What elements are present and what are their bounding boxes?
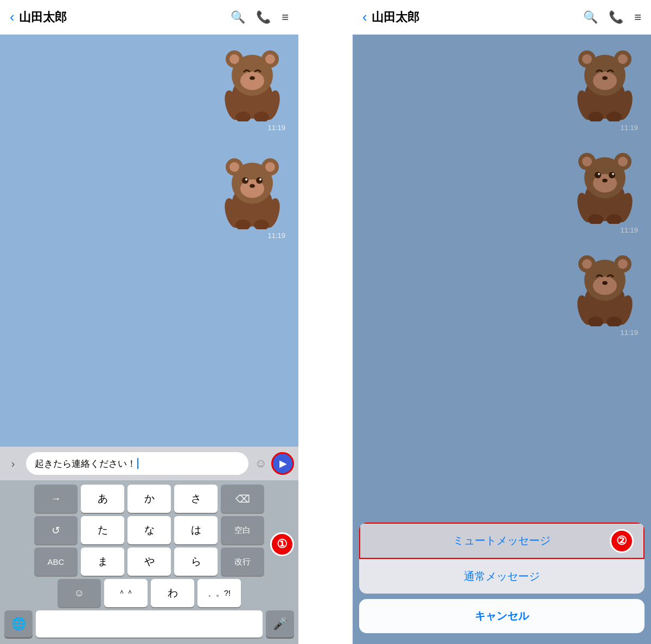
right-header: ‹ 山田太郎 🔍 📞 ≡ <box>353 0 651 35</box>
key-ha[interactable]: は <box>174 516 218 544</box>
left-search-icon[interactable]: 🔍 <box>231 10 245 24</box>
key-ka[interactable]: か <box>127 485 171 513</box>
right-contact-name: 山田太郎 <box>372 9 583 25</box>
key-ta[interactable]: た <box>81 516 124 544</box>
keyboard-row-4: ☺ ＾＾ わ 、。?! <box>2 579 296 607</box>
emoji-button[interactable]: ☺ <box>255 456 267 471</box>
key-ya[interactable]: や <box>127 548 171 576</box>
left-phone-icon[interactable]: 📞 <box>256 10 271 24</box>
timestamp-2: 11:19 <box>267 231 285 240</box>
separator <box>298 0 353 644</box>
globe-key[interactable]: 🌐 <box>4 610 33 637</box>
key-caret[interactable]: ＾＾ <box>104 579 148 607</box>
key-a[interactable]: あ <box>81 485 124 513</box>
left-panel: ‹ 山田太郎 🔍 📞 ≡ <box>0 0 298 644</box>
action-group: ミュートメッセージ ② 通常メッセージ <box>359 523 644 594</box>
svg-point-20 <box>256 177 263 184</box>
message-input[interactable]: 起きたら連絡ください！ <box>26 452 248 475</box>
key-ma[interactable]: ま <box>81 548 124 576</box>
left-chat-area: 11:19 <box>0 35 298 447</box>
mic-key[interactable]: 🎤 <box>266 610 294 637</box>
right-menu-icon[interactable]: ≡ <box>634 10 641 24</box>
left-messages: 11:19 <box>0 35 298 250</box>
cancel-label: キャンセル <box>475 610 529 622</box>
key-punct[interactable]: 、。?! <box>197 579 241 607</box>
step-2-badge: ② <box>610 529 634 553</box>
message-block-1: 11:19 <box>217 46 288 132</box>
key-sa[interactable]: さ <box>174 485 218 513</box>
svg-point-22 <box>259 178 261 181</box>
key-na[interactable]: な <box>127 516 171 544</box>
left-contact-name: 山田太郎 <box>19 9 231 25</box>
svg-point-16 <box>229 162 239 172</box>
mute-message-label: ミュートメッセージ <box>453 534 551 546</box>
svg-point-21 <box>245 178 247 181</box>
right-chat-area: 11:19 <box>353 35 651 644</box>
right-back-button[interactable]: ‹ <box>362 9 367 25</box>
action-sheet: ミュートメッセージ ② 通常メッセージ キャンセル <box>353 523 651 644</box>
key-delete[interactable]: ⌫ <box>221 485 264 513</box>
svg-point-5 <box>265 54 275 64</box>
input-bar: › 起きたら連絡ください！ ☺ ▶ <box>0 447 298 480</box>
keyboard-row-1: → あ か さ ⌫ <box>2 485 296 513</box>
key-enter[interactable]: 改行 <box>221 548 264 576</box>
input-text: 起きたら連絡ください！ <box>35 458 136 470</box>
svg-point-17 <box>265 162 275 172</box>
right-phone-icon[interactable]: 📞 <box>609 10 623 24</box>
svg-point-4 <box>229 54 239 64</box>
normal-message-label: 通常メッセージ <box>464 570 540 582</box>
right-search-icon[interactable]: 🔍 <box>583 10 598 24</box>
keyboard-row-3: ABC ま や ら 改行 <box>2 548 296 576</box>
svg-point-19 <box>242 177 248 184</box>
timestamp-1: 11:19 <box>267 124 285 132</box>
left-header: ‹ 山田太郎 🔍 📞 ≡ <box>0 0 298 35</box>
svg-point-6 <box>240 72 264 90</box>
svg-point-7 <box>250 76 255 80</box>
svg-point-23 <box>250 184 255 188</box>
bear-sticker-2 <box>217 153 288 229</box>
key-ra[interactable]: ら <box>174 548 218 576</box>
message-block-2: 11:19 <box>217 153 288 240</box>
send-icon: ▶ <box>279 458 287 469</box>
cancel-button[interactable]: キャンセル <box>359 599 644 633</box>
right-panel: ‹ 山田太郎 🔍 📞 ≡ <box>353 0 651 644</box>
bear-sticker-1 <box>217 46 288 121</box>
key-undo[interactable]: ↺ <box>34 516 78 544</box>
right-header-icons: 🔍 📞 ≡ <box>583 10 641 24</box>
key-wa[interactable]: わ <box>151 579 194 607</box>
input-expand-button[interactable]: › <box>4 458 22 470</box>
step-1-badge: ① <box>270 532 294 556</box>
left-menu-icon[interactable]: ≡ <box>282 10 289 24</box>
keyboard: → あ か さ ⌫ ↺ た な は 空白 ABC ま や ら 改行 ☺ ＾＾ わ… <box>0 480 298 644</box>
cursor <box>137 458 138 469</box>
key-space[interactable]: 空白 <box>221 516 264 544</box>
left-header-icons: 🔍 📞 ≡ <box>231 10 289 24</box>
left-back-button[interactable]: ‹ <box>10 9 15 25</box>
space-key[interactable] <box>36 610 263 637</box>
key-emoji-kb[interactable]: ☺ <box>58 579 101 607</box>
normal-message-button[interactable]: 通常メッセージ <box>359 559 644 594</box>
key-arrow[interactable]: → <box>34 485 78 513</box>
keyboard-bottom: 🌐 🎤 <box>2 610 296 637</box>
send-button[interactable]: ▶ <box>271 452 294 475</box>
key-abc[interactable]: ABC <box>34 548 78 576</box>
keyboard-row-2: ↺ た な は 空白 <box>2 516 296 544</box>
mute-message-button[interactable]: ミュートメッセージ ② <box>359 523 644 559</box>
